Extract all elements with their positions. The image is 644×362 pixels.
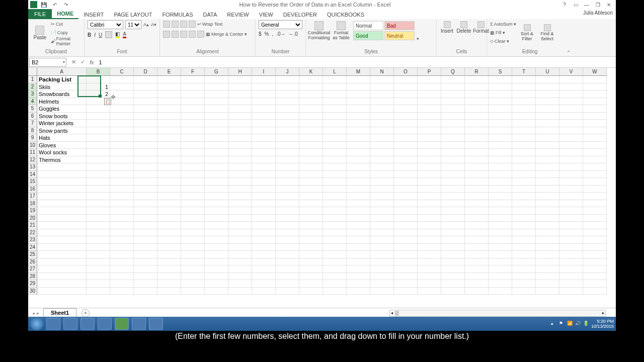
cell-I15[interactable] [252,178,276,186]
col-header-A[interactable]: A [37,68,87,76]
col-header-H[interactable]: H [228,68,252,76]
cell-P18[interactable] [418,200,441,208]
cell-I22[interactable] [252,229,276,237]
cell-N19[interactable] [370,207,394,215]
cell-V30[interactable] [559,288,583,295]
cell-O16[interactable] [394,186,418,193]
cell-T2[interactable] [512,83,536,91]
cell-R24[interactable] [465,244,489,251]
name-box[interactable]: B2 [29,58,66,67]
cell-C1[interactable] [110,76,134,83]
taskbar-app-paint[interactable] [63,318,77,330]
cell-G28[interactable] [205,273,228,281]
cell-W1[interactable] [583,76,607,83]
cell-A25[interactable] [37,251,87,258]
tray-flag-icon[interactable]: ⚑ [559,321,565,327]
col-header-M[interactable]: M [347,68,370,76]
cell-M16[interactable] [347,186,370,193]
cell-E24[interactable] [157,244,181,251]
cell-I14[interactable] [252,171,276,178]
cell-A15[interactable] [37,178,87,186]
cell-W16[interactable] [583,186,607,193]
cell-K28[interactable] [299,273,323,281]
cell-B3[interactable]: 2 [87,90,110,98]
cell-F18[interactable] [181,200,205,208]
cell-D14[interactable] [134,171,157,178]
cell-J13[interactable] [276,163,299,171]
cell-H7[interactable] [228,120,252,127]
col-header-F[interactable]: F [181,68,205,76]
cell-H10[interactable] [228,142,252,149]
cell-B12[interactable] [87,156,110,164]
cell-O18[interactable] [394,200,418,208]
cell-U24[interactable] [536,244,559,251]
cell-N10[interactable] [370,142,394,149]
cell-M4[interactable] [347,98,370,106]
cell-O30[interactable] [394,288,418,295]
style-bad[interactable]: Bad [384,21,415,30]
cell-T13[interactable] [512,163,536,171]
cell-K21[interactable] [299,222,323,229]
cell-F15[interactable] [181,178,205,186]
cell-G16[interactable] [205,186,228,193]
cell-F9[interactable] [181,134,205,142]
cell-T26[interactable] [512,258,536,266]
cell-N24[interactable] [370,244,394,251]
cell-J12[interactable] [276,156,299,164]
cell-W9[interactable] [583,134,607,142]
cell-K18[interactable] [299,200,323,208]
cell-N22[interactable] [370,229,394,237]
cell-B18[interactable] [87,200,110,208]
cell-D5[interactable] [134,105,157,113]
cell-C18[interactable] [110,200,134,208]
cell-G19[interactable] [205,207,228,215]
row-header-23[interactable]: 23 [28,236,37,244]
cell-E22[interactable] [157,229,181,237]
cell-O28[interactable] [394,273,418,281]
cell-U9[interactable] [536,134,559,142]
cell-F14[interactable] [181,171,205,178]
start-button[interactable] [30,317,43,330]
cell-F26[interactable] [181,258,205,266]
cell-L16[interactable] [323,186,347,193]
cell-A16[interactable] [37,186,87,193]
cell-H26[interactable] [228,258,252,266]
cell-G11[interactable] [205,149,228,156]
cell-I27[interactable] [252,265,276,273]
cell-E16[interactable] [157,186,181,193]
cell-M30[interactable] [347,288,370,295]
cell-U26[interactable] [536,258,559,266]
cell-C25[interactable] [110,251,134,258]
row-header-30[interactable]: 30 [28,288,37,295]
sheet-nav-prev-icon[interactable]: ◂ [32,311,35,316]
cell-W5[interactable] [583,105,607,113]
cell-K25[interactable] [299,251,323,258]
cell-I20[interactable] [252,215,276,222]
cell-I12[interactable] [252,156,276,164]
cell-V10[interactable] [559,142,583,149]
cell-U21[interactable] [536,222,559,229]
cell-K23[interactable] [299,236,323,244]
cell-F27[interactable] [181,265,205,273]
clear-button[interactable]: ◇ Clear ▾ [490,37,516,45]
cell-R20[interactable] [465,215,489,222]
tray-battery-icon[interactable]: 🔋 [583,321,589,327]
tab-home[interactable]: HOME [52,9,78,19]
cell-L25[interactable] [323,251,347,258]
cell-J18[interactable] [276,200,299,208]
cell-E3[interactable] [157,90,181,98]
cell-C15[interactable] [110,178,134,186]
cell-F29[interactable] [181,280,205,288]
cell-O26[interactable] [394,258,418,266]
cell-P23[interactable] [418,236,441,244]
cell-A3[interactable]: Snowboards [37,90,87,98]
cell-W11[interactable] [583,149,607,156]
cell-B21[interactable] [87,222,110,229]
cell-E6[interactable] [157,113,181,120]
cell-M29[interactable] [347,280,370,288]
cell-M2[interactable] [347,83,370,91]
cell-K14[interactable] [299,171,323,178]
cell-T21[interactable] [512,222,536,229]
cell-T12[interactable] [512,156,536,164]
row-header-14[interactable]: 14 [28,171,37,178]
